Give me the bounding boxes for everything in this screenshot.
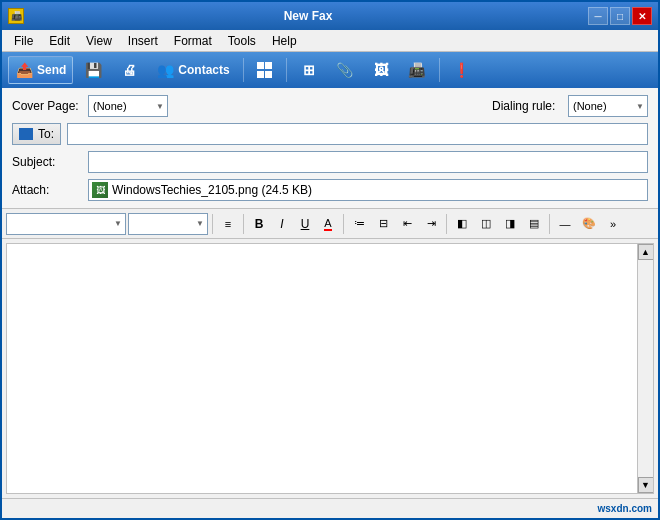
format-sep-5 bbox=[549, 214, 550, 234]
title-bar: 📠 New Fax ─ □ ✕ bbox=[2, 2, 658, 30]
to-button-icon bbox=[19, 128, 33, 140]
insert-table-button[interactable]: ⊞ bbox=[293, 56, 325, 84]
print-icon: 🖨 bbox=[120, 61, 138, 79]
italic-button[interactable]: I bbox=[271, 213, 293, 235]
toolbar-separator-2 bbox=[286, 58, 287, 82]
format-sep-1 bbox=[212, 214, 213, 234]
bold-button[interactable]: B bbox=[248, 213, 270, 235]
format-sep-3 bbox=[343, 214, 344, 234]
font-color-button[interactable]: A bbox=[317, 213, 339, 235]
font-family-wrapper[interactable] bbox=[6, 213, 126, 235]
status-bar: wsxdn.com bbox=[2, 498, 658, 518]
format-selects bbox=[6, 213, 208, 235]
align-right-button[interactable]: ◨ bbox=[499, 213, 521, 235]
toolbar: 📤 Send 💾 🖨 👥 Contacts ⊞ 📎 bbox=[2, 52, 658, 88]
image-icon: 🖼 bbox=[372, 61, 390, 79]
main-window: 📠 New Fax ─ □ ✕ File Edit View Insert Fo… bbox=[0, 0, 660, 520]
subject-label: Subject: bbox=[12, 155, 82, 169]
font-family-select[interactable] bbox=[6, 213, 126, 235]
more-button[interactable]: » bbox=[602, 213, 624, 235]
font-size-select[interactable] bbox=[128, 213, 208, 235]
window-icon: 📠 bbox=[8, 8, 24, 24]
subject-row: Subject: bbox=[12, 150, 648, 174]
toolbar-separator-3 bbox=[439, 58, 440, 82]
alert-button[interactable]: ❗ bbox=[446, 56, 478, 84]
format-sep-2 bbox=[243, 214, 244, 234]
dialing-rule-select-wrapper[interactable]: (None) bbox=[568, 95, 648, 117]
send-icon: 📤 bbox=[15, 61, 33, 79]
attach-label: Attach: bbox=[12, 183, 82, 197]
grid-icon bbox=[257, 62, 273, 78]
align-left-button[interactable]: ◧ bbox=[451, 213, 473, 235]
to-row: To: bbox=[12, 122, 648, 146]
cover-page-group: Cover Page: (None) bbox=[12, 95, 168, 117]
format-buttons: B I U A bbox=[248, 213, 339, 235]
format-toolbar: ≡ B I U A ≔ ⊟ ⇤ ⇥ ◧ ◫ ◨ ▤ — 🎨 » bbox=[2, 209, 658, 239]
attach-icon: 📎 bbox=[336, 61, 354, 79]
form-area: Cover Page: (None) Dialing rule: (None) bbox=[2, 88, 658, 209]
numbered-list-button[interactable]: ⊟ bbox=[372, 213, 394, 235]
fax-button[interactable]: 📠 bbox=[401, 56, 433, 84]
menu-format[interactable]: Format bbox=[166, 32, 220, 50]
window-controls: ─ □ ✕ bbox=[588, 7, 652, 25]
alert-icon: ❗ bbox=[453, 61, 471, 79]
subject-input[interactable] bbox=[88, 151, 648, 173]
dialing-rule-group: Dialing rule: (None) bbox=[492, 95, 648, 117]
style-button[interactable]: 🎨 bbox=[578, 213, 600, 235]
justify-button[interactable]: ▤ bbox=[523, 213, 545, 235]
menu-bar: File Edit View Insert Format Tools Help bbox=[2, 30, 658, 52]
close-button[interactable]: ✕ bbox=[632, 7, 652, 25]
editor-textarea[interactable] bbox=[7, 244, 637, 493]
attach-row: Attach: 🖼 WindowsTechies_2105.png (24.5 … bbox=[12, 178, 648, 202]
cover-dialing-row: Cover Page: (None) Dialing rule: (None) bbox=[12, 94, 648, 118]
menu-view[interactable]: View bbox=[78, 32, 120, 50]
dialing-rule-label: Dialing rule: bbox=[492, 99, 562, 113]
menu-help[interactable]: Help bbox=[264, 32, 305, 50]
menu-file[interactable]: File bbox=[6, 32, 41, 50]
format-sep-4 bbox=[446, 214, 447, 234]
window-title: New Fax bbox=[28, 9, 588, 23]
status-logo: wsxdn.com bbox=[598, 503, 652, 514]
attach-button[interactable]: 📎 bbox=[329, 56, 361, 84]
to-button[interactable]: To: bbox=[12, 123, 61, 145]
toolbar-separator-1 bbox=[243, 58, 244, 82]
indent-less-button[interactable]: ⇤ bbox=[396, 213, 418, 235]
send-button[interactable]: 📤 Send bbox=[8, 56, 73, 84]
content-area: ▲ ▼ bbox=[6, 243, 654, 494]
scroll-down-button[interactable]: ▼ bbox=[638, 477, 654, 493]
vertical-scrollbar[interactable]: ▲ ▼ bbox=[637, 244, 653, 493]
attach-filename: WindowsTechies_2105.png (24.5 KB) bbox=[112, 183, 312, 197]
minimize-button[interactable]: ─ bbox=[588, 7, 608, 25]
contacts-button[interactable]: 👥 Contacts bbox=[149, 56, 236, 84]
cover-page-select[interactable]: (None) bbox=[88, 95, 168, 117]
font-size-wrapper[interactable] bbox=[128, 213, 208, 235]
contacts-icon: 👥 bbox=[156, 61, 174, 79]
file-icon: 🖼 bbox=[92, 182, 108, 198]
maximize-button[interactable]: □ bbox=[610, 7, 630, 25]
save-button[interactable]: 💾 bbox=[77, 56, 109, 84]
cover-page-label: Cover Page: bbox=[12, 99, 82, 113]
list-button[interactable]: ≔ bbox=[348, 213, 370, 235]
line-button[interactable]: — bbox=[554, 213, 576, 235]
attach-file-display: 🖼 WindowsTechies_2105.png (24.5 KB) bbox=[88, 179, 648, 201]
image-button[interactable]: 🖼 bbox=[365, 56, 397, 84]
grid-button[interactable] bbox=[250, 56, 280, 84]
print-button[interactable]: 🖨 bbox=[113, 56, 145, 84]
dialing-rule-select[interactable]: (None) bbox=[568, 95, 648, 117]
menu-tools[interactable]: Tools bbox=[220, 32, 264, 50]
underline-button[interactable]: U bbox=[294, 213, 316, 235]
scroll-up-button[interactable]: ▲ bbox=[638, 244, 654, 260]
align-button[interactable]: ≡ bbox=[217, 213, 239, 235]
indent-more-button[interactable]: ⇥ bbox=[420, 213, 442, 235]
align-center-button[interactable]: ◫ bbox=[475, 213, 497, 235]
table-icon: ⊞ bbox=[300, 61, 318, 79]
save-icon: 💾 bbox=[84, 61, 102, 79]
fax-icon: 📠 bbox=[408, 61, 426, 79]
to-input[interactable] bbox=[67, 123, 648, 145]
cover-page-select-wrapper[interactable]: (None) bbox=[88, 95, 168, 117]
menu-insert[interactable]: Insert bbox=[120, 32, 166, 50]
menu-edit[interactable]: Edit bbox=[41, 32, 78, 50]
